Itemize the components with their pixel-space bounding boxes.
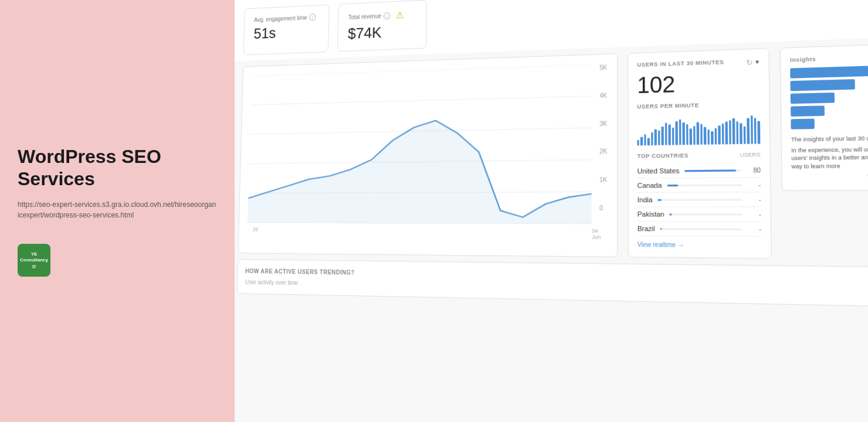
h-bar-row [791, 117, 868, 130]
country-count: 80 [747, 166, 761, 173]
mini-bar-item [714, 128, 717, 145]
users-panel: USERS IN LAST 30 MINUTES ↻ ▾ 102 USERS P… [628, 48, 772, 259]
svg-line-1 [251, 96, 592, 105]
metric-card-revenue: Total revenue i ⚠ $74K [337, 0, 427, 52]
country-row: India - [638, 192, 761, 207]
country-count: - [748, 196, 761, 203]
view-realtime-link[interactable]: View realtime → [638, 241, 762, 249]
metric-label-engagement: Avg. engagement time i [254, 13, 319, 23]
country-name: Canada [638, 182, 662, 189]
svg-line-0 [252, 64, 592, 76]
h-bar-row [791, 103, 868, 116]
metric-value-engagement: 51s [253, 22, 318, 42]
users-count: 102 [637, 69, 760, 98]
horizontal-bar-chart [790, 64, 868, 130]
main-content: 5K 4K 3K 2K 1K 0 [235, 35, 868, 267]
country-row: Brazil - [638, 222, 761, 237]
trending-card: HOW ARE ACTIVE USERS TRENDING? User acti… [237, 259, 868, 308]
h-bar-fill [790, 66, 868, 79]
chart-area: 5K 4K 3K 2K 1K 0 [247, 64, 607, 224]
y-label-3k: 3K [599, 120, 607, 127]
y-label-1k: 1K [599, 176, 607, 183]
mini-bar-item [750, 115, 752, 144]
left-panel: WordPress SEO Services https://seo-exper… [0, 0, 235, 422]
h-bar-fill [791, 118, 815, 129]
mini-bars-chart [637, 112, 760, 145]
h-bar-row [790, 64, 868, 79]
mini-bar-item [676, 121, 678, 145]
country-name: Pakistan [638, 210, 664, 218]
country-bar-fill [669, 213, 672, 215]
mini-bar-item [697, 122, 699, 145]
mini-bar-item [647, 138, 650, 145]
mini-bar-item [743, 127, 745, 144]
mini-bar-item [640, 137, 643, 146]
country-name: United States [638, 167, 680, 175]
mini-bar-item [729, 120, 731, 144]
brand-line1: YE Consultancy [18, 251, 50, 264]
mini-bar-item [637, 140, 639, 146]
line-chart [247, 64, 607, 224]
y-label-5k: 5K [599, 64, 607, 71]
insight-panel-title: Insights [790, 53, 868, 63]
refresh-icon[interactable]: ↻ [746, 58, 752, 67]
mini-bar-item [736, 121, 738, 144]
country-bar-container [684, 169, 742, 172]
mini-bar-item [707, 130, 710, 145]
view-all-button[interactable]: View all results → [792, 173, 868, 182]
chart-section: 5K 4K 3K 2K 1K 0 [238, 53, 618, 257]
y-label-2k: 2K [599, 148, 607, 155]
x-label-04jun: 04Jun [592, 228, 601, 240]
country-bar-fill [657, 199, 662, 200]
warning-icon: ⚠ [396, 9, 404, 21]
mini-bar-item [690, 128, 692, 145]
insight-card: Insights The insights of your last 30 us… [780, 42, 868, 191]
countries-list: United States 80 Canada - India - Pakist… [638, 163, 762, 237]
dropdown-button[interactable]: ▾ [755, 58, 760, 67]
country-bar-fill [660, 227, 662, 229]
mini-bar-item [658, 130, 660, 145]
x-label-26: 26 [253, 226, 259, 238]
mini-bar-item [721, 124, 724, 145]
info-icon-revenue[interactable]: i [384, 12, 391, 19]
h-bar-fill [791, 93, 835, 104]
right-side-panel: Insights The insights of your last 30 us… [780, 42, 868, 260]
mini-bar-item [704, 127, 706, 145]
country-row: Pakistan - [638, 207, 761, 222]
insight-sub-text: In the experience, you will understand y… [791, 145, 868, 171]
brand-line2: @ [32, 264, 36, 270]
country-bar-fill [684, 169, 736, 172]
country-name: India [638, 196, 653, 203]
top-countries-label: TOP COUNTRIES [638, 152, 689, 159]
mini-bar-item [651, 132, 653, 145]
h-bar-row [790, 77, 868, 91]
top-countries-header: TOP COUNTRIES USERS [638, 151, 761, 159]
country-bar-container [660, 227, 742, 230]
mini-bar-item [644, 134, 646, 145]
dashboard-screenshot: Avg. engagement time i 51s Total revenue… [235, 0, 868, 422]
mini-bar-item [718, 125, 720, 144]
users-panel-header: USERS IN LAST 30 MINUTES [637, 59, 724, 68]
country-count: - [748, 210, 761, 217]
mini-bar-item [754, 118, 757, 144]
metric-card-engagement: Avg. engagement time i 51s [243, 5, 330, 56]
country-bar-container [667, 184, 742, 186]
mini-bar-item [758, 121, 760, 144]
country-bar-fill [667, 184, 678, 186]
mini-bar-item [683, 122, 685, 145]
country-count: - [747, 181, 761, 188]
y-label-4k: 4K [599, 92, 607, 99]
mini-bar-item [679, 120, 681, 145]
mini-bar-item [693, 126, 696, 145]
h-bar-fill [790, 79, 855, 91]
page-title: WordPress SEO Services [18, 145, 217, 190]
mini-bar-item [665, 122, 667, 145]
mini-bar-item [672, 128, 674, 145]
insight-text: The insights of your last 30 users [791, 134, 868, 144]
country-name: Brazil [638, 225, 655, 233]
info-icon-engagement[interactable]: i [309, 13, 316, 21]
mini-bar-item [686, 124, 689, 145]
mini-bar-item [662, 127, 664, 145]
dashboard-container: Avg. engagement time i 51s Total revenue… [235, 0, 868, 422]
mini-bar-item [700, 124, 703, 145]
